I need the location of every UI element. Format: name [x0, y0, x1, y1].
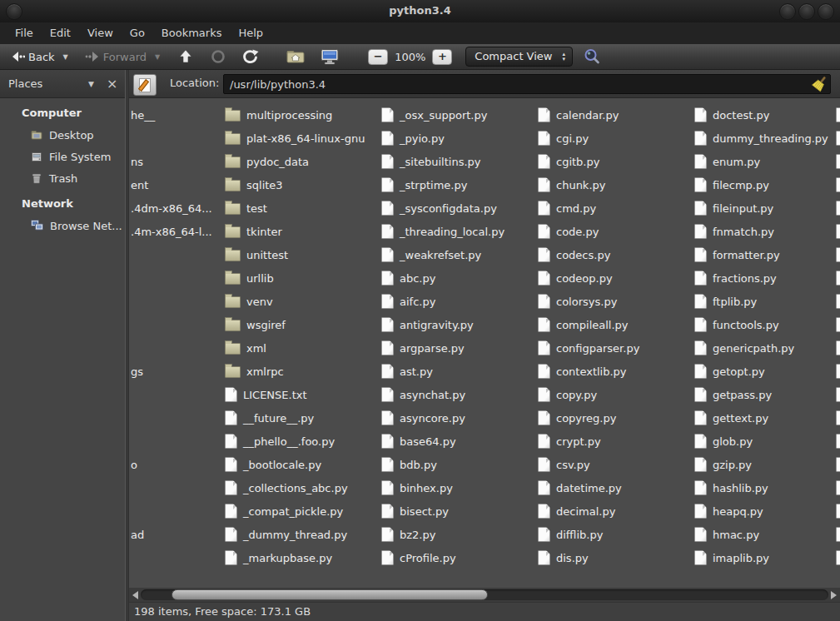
file-item[interactable]: imaplib.py: [694, 546, 769, 569]
file-item-fragment[interactable]: .4m-x86_64-l...: [131, 220, 212, 243]
file-item[interactable]: [836, 173, 840, 196]
file-item[interactable]: _sysconfigdata.py: [381, 196, 497, 220]
places-close-icon[interactable]: ×: [107, 78, 117, 90]
file-item[interactable]: [836, 290, 840, 313]
search-button[interactable]: [581, 46, 603, 67]
file-item[interactable]: antigravity.py: [381, 313, 474, 336]
file-item[interactable]: fnmatch.py: [694, 220, 774, 243]
scroll-left-arrow-icon[interactable]: [132, 591, 138, 599]
sidebar-item-file-system[interactable]: File System: [0, 146, 125, 167]
file-item[interactable]: _dummy_thread.py: [225, 523, 347, 546]
menu-edit[interactable]: Edit: [42, 22, 79, 44]
file-item[interactable]: plat-x86_64-linux-gnu: [225, 127, 365, 150]
up-button[interactable]: [175, 47, 196, 66]
view-mode-dropdown[interactable]: Compact View ▴▾: [465, 47, 573, 67]
file-item[interactable]: asyncore.py: [381, 406, 465, 430]
file-item[interactable]: bdb.py: [381, 453, 437, 476]
file-item[interactable]: _sitebuiltins.py: [381, 150, 481, 173]
file-item[interactable]: [836, 430, 840, 453]
zoom-in-button[interactable]: +: [432, 49, 452, 65]
file-item[interactable]: chunk.py: [538, 173, 605, 196]
menu-bookmarks[interactable]: Bookmarks: [153, 22, 231, 44]
file-item[interactable]: urllib: [225, 266, 274, 290]
maximize-button[interactable]: [798, 3, 815, 20]
file-item[interactable]: [836, 383, 840, 406]
stop-button[interactable]: [208, 47, 228, 66]
file-item[interactable]: configparser.py: [538, 336, 639, 360]
file-item[interactable]: [836, 103, 840, 127]
file-item[interactable]: difflib.py: [538, 523, 603, 546]
file-item[interactable]: multiprocessing: [225, 103, 332, 127]
file-item[interactable]: ftplib.py: [694, 290, 757, 313]
file-item[interactable]: [836, 453, 840, 476]
file-item[interactable]: binhex.py: [381, 476, 453, 499]
file-item[interactable]: cmd.py: [538, 196, 596, 220]
file-item[interactable]: codecs.py: [538, 243, 610, 266]
file-item[interactable]: dummy_threading.py: [694, 127, 828, 150]
file-list-pane[interactable]: he__nsent.4dm-x86_64....4m-x86_64-l...gs…: [129, 98, 840, 588]
zoom-out-button[interactable]: −: [368, 49, 388, 65]
file-item[interactable]: abc.py: [381, 266, 435, 290]
file-item[interactable]: xmlrpc: [225, 360, 284, 383]
file-item[interactable]: [836, 243, 840, 266]
file-item[interactable]: __phello__.foo.py: [225, 430, 335, 453]
scroll-right-arrow-icon[interactable]: [831, 591, 837, 599]
file-item-fragment[interactable]: ent: [131, 173, 148, 196]
file-item[interactable]: [836, 150, 840, 173]
file-item[interactable]: copy.py: [538, 383, 597, 406]
close-button[interactable]: [818, 3, 834, 20]
file-item[interactable]: [836, 196, 840, 220]
file-item[interactable]: hashlib.py: [694, 476, 768, 499]
file-item[interactable]: formatter.py: [694, 243, 780, 266]
file-item[interactable]: copyreg.py: [538, 406, 616, 430]
file-item[interactable]: _osx_support.py: [381, 103, 487, 127]
file-item[interactable]: gzip.py: [694, 453, 752, 476]
file-item[interactable]: [836, 523, 840, 546]
file-item[interactable]: cgitb.py: [538, 150, 599, 173]
places-dropdown-caret[interactable]: ▼: [88, 80, 94, 88]
forward-history-caret[interactable]: ▼: [155, 53, 160, 61]
file-item[interactable]: csv.py: [538, 453, 590, 476]
file-item[interactable]: argparse.py: [381, 336, 465, 360]
back-history-caret[interactable]: ▼: [63, 53, 68, 61]
file-item-fragment[interactable]: ns: [131, 150, 143, 173]
location-input[interactable]: [223, 74, 831, 94]
edit-location-button[interactable]: [133, 74, 157, 96]
file-item[interactable]: getopt.py: [694, 360, 765, 383]
file-item[interactable]: filecmp.py: [694, 173, 769, 196]
sidebar-item-desktop[interactable]: Desktop: [0, 124, 125, 146]
file-item[interactable]: _pyio.py: [381, 127, 445, 150]
file-item[interactable]: cProfile.py: [381, 546, 456, 569]
file-item[interactable]: LICENSE.txt: [225, 383, 307, 406]
file-item[interactable]: [836, 476, 840, 499]
file-item[interactable]: [836, 406, 840, 430]
menu-help[interactable]: Help: [230, 22, 271, 44]
scrollbar-track[interactable]: [141, 589, 828, 600]
file-item[interactable]: aifc.py: [381, 290, 435, 313]
clear-broom-icon[interactable]: [808, 75, 830, 97]
file-item[interactable]: bz2.py: [381, 523, 435, 546]
sidebar-item-browse-network[interactable]: Browse Net...: [0, 215, 125, 236]
file-item[interactable]: wsgiref: [225, 313, 286, 336]
file-item[interactable]: pydoc_data: [225, 150, 309, 173]
file-item[interactable]: [836, 336, 840, 360]
home-button[interactable]: [285, 47, 306, 66]
file-item[interactable]: doctest.py: [694, 103, 769, 127]
file-item[interactable]: code.py: [538, 220, 599, 243]
file-item-fragment[interactable]: ad: [131, 523, 144, 546]
file-item[interactable]: base64.py: [381, 430, 456, 453]
file-item[interactable]: hmac.py: [694, 523, 759, 546]
file-item[interactable]: datetime.py: [538, 476, 622, 499]
file-item[interactable]: test: [225, 196, 267, 220]
file-item[interactable]: __future__.py: [225, 406, 314, 430]
file-item[interactable]: [836, 220, 840, 243]
file-item[interactable]: unittest: [225, 243, 288, 266]
file-item[interactable]: enum.py: [694, 150, 760, 173]
file-item-fragment[interactable]: o: [131, 453, 137, 476]
file-item-fragment[interactable]: .4dm-x86_64...: [131, 196, 212, 220]
menu-file[interactable]: File: [7, 22, 42, 44]
file-item[interactable]: fileinput.py: [694, 196, 773, 220]
file-item[interactable]: cgi.py: [538, 127, 589, 150]
file-item[interactable]: [836, 546, 840, 569]
file-item[interactable]: glob.py: [694, 430, 753, 453]
